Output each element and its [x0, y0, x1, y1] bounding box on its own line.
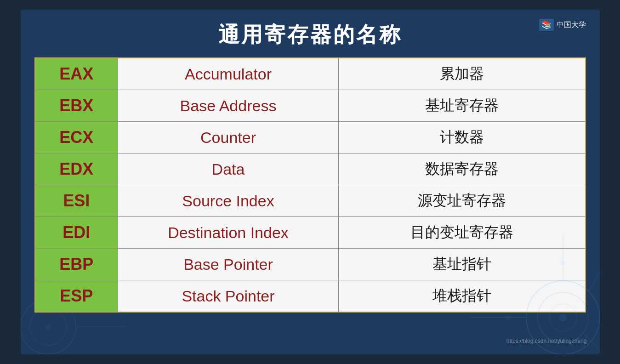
register-english-cell: Accumulator [118, 58, 339, 90]
register-chinese-cell: 数据寄存器 [339, 154, 585, 185]
page-title: 通用寄存器的名称 [90, 19, 531, 49]
svg-line-5 [588, 272, 600, 292]
register-name-cell: ESP [35, 280, 118, 312]
register-name-cell: EBX [35, 90, 118, 122]
register-english-cell: Base Pointer [118, 249, 339, 280]
register-chinese-cell: 计数器 [339, 122, 585, 154]
register-table-wrapper: EAXAccumulator累加器EBXBase Address基址寄存器ECX… [34, 57, 586, 313]
table-row: EBPBase Pointer基址指针 [35, 249, 585, 280]
logo-text: 中国大学 [557, 20, 586, 30]
svg-point-6 [559, 314, 567, 321]
svg-point-16 [102, 325, 105, 329]
register-name-cell: ESI [35, 185, 118, 217]
svg-line-9 [586, 336, 600, 350]
table-row: EAXAccumulator累加器 [35, 58, 585, 90]
register-english-cell: Data [118, 154, 339, 185]
logo-area: 📚 中国大学 [531, 19, 586, 31]
table-row: EDIDestination Index目的变址寄存器 [35, 217, 585, 249]
register-name-cell: ECX [35, 122, 118, 154]
register-chinese-cell: 堆栈指针 [339, 280, 585, 312]
register-name-cell: EBP [35, 249, 118, 280]
register-chinese-cell: 源变址寄存器 [339, 185, 585, 217]
register-name-cell: EDX [35, 154, 118, 185]
svg-point-15 [46, 324, 51, 330]
register-english-cell: Source Index [118, 185, 339, 217]
logo-icon: 📚 [539, 19, 554, 31]
table-row: EDXData数据寄存器 [35, 154, 585, 185]
register-name-cell: EAX [35, 58, 118, 90]
register-english-cell: Stack Pointer [118, 280, 339, 312]
title-area: 通用寄存器的名称 📚 中国大学 [34, 19, 586, 49]
register-table: EAXAccumulator累加器EBXBase Address基址寄存器ECX… [35, 58, 585, 312]
table-row: ESPStack Pointer堆栈指针 [35, 280, 585, 312]
register-english-cell: Destination Index [118, 217, 339, 249]
register-english-cell: Counter [118, 122, 339, 154]
register-name-cell: EDI [35, 217, 118, 249]
main-container: 通用寄存器的名称 📚 中国大学 EAXAccumulator累加器EBXBase… [21, 10, 600, 354]
register-chinese-cell: 基址寄存器 [339, 90, 585, 122]
register-chinese-cell: 累加器 [339, 58, 585, 90]
register-chinese-cell: 基址指针 [339, 249, 585, 280]
table-row: EBXBase Address基址寄存器 [35, 90, 585, 122]
watermark: https://blog.csdn.net/yulingzhang [506, 338, 587, 344]
table-row: ESISource Index源变址寄存器 [35, 185, 585, 217]
svg-point-7 [506, 315, 510, 320]
table-row: ECXCounter计数器 [35, 122, 585, 154]
svg-point-10 [584, 334, 588, 338]
register-english-cell: Base Address [118, 90, 339, 122]
register-chinese-cell: 目的变址寄存器 [339, 217, 585, 249]
svg-point-12 [30, 308, 67, 345]
